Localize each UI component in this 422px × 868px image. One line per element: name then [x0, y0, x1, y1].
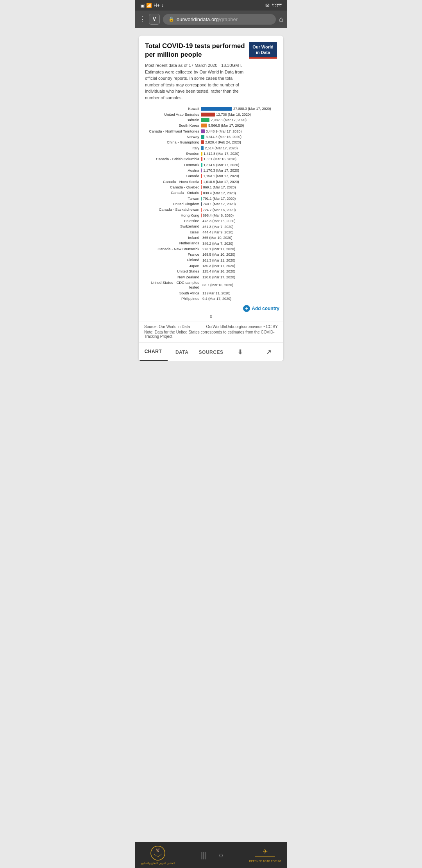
bar-row: United States - CDC samples tested63.7 (… — [140, 280, 279, 290]
bar-value-label: 125.4 (Mar 16, 2020) — [202, 269, 235, 273]
bar-value-label: 1,170.3 (Mar 17, 2020) — [203, 169, 239, 172]
add-country-label: Add country — [252, 306, 279, 311]
bar-fill — [201, 219, 201, 223]
bar-label: Japan — [140, 264, 201, 268]
bar-row: Italy2,514 (Mar 17, 2020) — [140, 146, 279, 151]
bar-label: Italy — [140, 146, 201, 151]
bar-row: United Kingdom749.1 (Mar 17, 2020) — [140, 202, 279, 206]
bar-value-label: 2,820.4 (Feb 24, 2020) — [205, 140, 241, 144]
bar-container: 830.4 (Mar 17, 2020) — [201, 191, 279, 195]
bar-fill — [201, 242, 201, 246]
bar-row: Kuwait27,888.3 (Mar 17, 2020) — [140, 106, 279, 111]
tab-sources[interactable]: SOURCES — [197, 344, 226, 360]
bar-container: 27,888.3 (Mar 17, 2020) — [201, 107, 279, 111]
bar-fill — [201, 264, 201, 268]
bar-label: China - Guangdong — [140, 140, 201, 145]
bar-label: Canada - New Brunswick — [140, 247, 201, 251]
bar-label: United States - CDC samples tested — [140, 280, 201, 290]
lock-icon: 🔒 — [168, 16, 174, 22]
tab-chart[interactable]: CHART — [139, 343, 168, 361]
bar-label: United Kingdom — [140, 202, 201, 206]
bar-label: Hong Kong — [140, 213, 201, 218]
bar-fill — [201, 107, 232, 111]
bar-row: Canada - New Brunswick273.1 (Mar 17, 202… — [140, 247, 279, 251]
tab-share[interactable]: ↗ — [254, 343, 283, 361]
bar-container: 1,361 (Mar 16, 2020) — [201, 157, 279, 161]
bar-value-label: 1,153.1 (Mar 17, 2020) — [203, 174, 239, 178]
bar-label: Netherlands — [140, 241, 201, 246]
bar-container: 791.1 (Mar 17, 2020) — [201, 197, 279, 201]
tab-download[interactable]: ⬇ — [225, 343, 254, 361]
bar-label: Philippines — [140, 296, 201, 301]
bar-row: Canada - Nova Scotia1,018.8 (Mar 17, 202… — [140, 179, 279, 184]
bar-row: New Zealand120.8 (Mar 17, 2020) — [140, 275, 279, 280]
bar-container: 869.1 (Mar 17, 2020) — [201, 185, 279, 189]
clock-time: ٢:٣٣ — [272, 2, 282, 8]
bar-container: 1,412.8 (Mar 17, 2020) — [201, 152, 279, 156]
bar-label: Palestine — [140, 219, 201, 223]
bar-value-label: 161.3 (Mar 11, 2020) — [202, 258, 235, 262]
browser-tab-indicator[interactable]: V — [149, 14, 160, 25]
bar-value-label: 2,514 (Mar 17, 2020) — [205, 146, 238, 150]
bar-label: United Arab Emirates — [140, 112, 201, 117]
bar-fill — [201, 118, 209, 122]
bar-value-label: 791.1 (Mar 17, 2020) — [203, 197, 236, 201]
home-button[interactable]: ⌂ — [279, 15, 283, 23]
tab-data[interactable]: DATA — [168, 344, 197, 360]
bar-value-label: 349.2 (Mar 7, 2020) — [202, 242, 233, 246]
browser-menu-button[interactable]: ⋮ — [139, 15, 146, 23]
bar-row: South Africa11 (Mar 11, 2020) — [140, 291, 279, 296]
bar-value-label: 63.7 (Mar 16, 2020) — [202, 283, 233, 287]
bar-label: Canada - British Columbia — [140, 157, 201, 161]
bar-fill — [201, 230, 201, 234]
bar-fill — [201, 202, 202, 206]
bar-row: Canada - Quebec869.1 (Mar 17, 2020) — [140, 185, 279, 190]
bar-value-label: 3,448.9 (Mar 17, 2020) — [206, 129, 242, 133]
bar-value-label: 168.5 (Mar 10, 2020) — [202, 253, 235, 256]
add-country-button[interactable]: + Add country — [139, 303, 283, 313]
bar-container: 120.8 (Mar 17, 2020) — [201, 275, 279, 279]
bar-fill — [201, 236, 201, 240]
bar-row: Ireland365 (Mar 10, 2020) — [140, 235, 279, 240]
bar-value-label: 5,566.5 (Mar 17, 2020) — [208, 124, 244, 127]
bar-row: Japan130.3 (Mar 17, 2020) — [140, 264, 279, 268]
bar-container: 125.4 (Mar 16, 2020) — [201, 269, 279, 273]
bar-container: 3,448.9 (Mar 17, 2020) — [201, 129, 279, 133]
bar-fill — [201, 157, 202, 161]
bar-label: Sweden — [140, 151, 201, 156]
bar-label: Finland — [140, 258, 201, 262]
bar-label: Canada - Ontario — [140, 190, 201, 195]
bar-container: 1,153.1 (Mar 17, 2020) — [201, 174, 279, 178]
bar-row: Philippines9.4 (Mar 17, 2020) — [140, 296, 279, 301]
status-right: ✉ ٢:٣٣ — [265, 2, 282, 8]
bar-row: Canada - Ontario830.4 (Mar 17, 2020) — [140, 190, 279, 195]
bar-fill — [201, 258, 201, 262]
bar-value-label: 749.1 (Mar 17, 2020) — [203, 202, 236, 206]
bar-container: 1,018.8 (Mar 17, 2020) — [201, 180, 279, 184]
page-content: Total COVID-19 tests performed per milli… — [135, 28, 287, 396]
bar-fill — [201, 129, 205, 133]
bar-value-label: 3,314.3 (Mar 16, 2020) — [206, 135, 241, 139]
download-icon: ⬇ — [238, 349, 243, 355]
bar-fill — [201, 225, 201, 229]
bar-fill — [201, 291, 201, 295]
download-arrow: ↓ — [161, 3, 164, 8]
bar-label: Kuwait — [140, 106, 201, 111]
bar-fill — [201, 275, 201, 279]
bar-container: 7,982.8 (Mar 17, 2020) — [201, 118, 279, 122]
bar-row: Canada - Northwest Territories3,448.9 (M… — [140, 129, 279, 134]
bar-fill — [201, 197, 202, 201]
bar-container: 2,820.4 (Feb 24, 2020) — [201, 140, 279, 144]
bar-fill — [201, 185, 202, 189]
bar-value-label: 698.4 (Mar 6, 2020) — [203, 213, 234, 217]
sim-icon: ▣ — [140, 3, 145, 8]
browser-url-bar[interactable]: 🔒 ourworldindata.org/grapher — [163, 14, 276, 25]
bar-row: Bahrain7,982.8 (Mar 17, 2020) — [140, 118, 279, 122]
bar-container: 9.4 (Mar 17, 2020) — [201, 297, 279, 301]
bar-value-label: 9.4 (Mar 17, 2020) — [202, 297, 231, 301]
chart-header: Total COVID-19 tests performed per milli… — [139, 36, 283, 105]
email-icon: ✉ — [265, 2, 270, 8]
bar-fill — [201, 169, 202, 172]
bar-container: 2,514 (Mar 17, 2020) — [201, 146, 279, 150]
x-axis-label: 0 — [139, 313, 283, 321]
